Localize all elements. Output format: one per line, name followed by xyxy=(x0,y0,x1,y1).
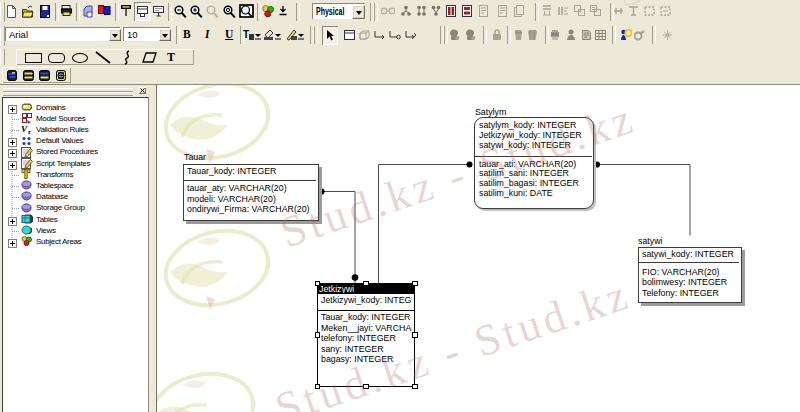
svg-text:r: r xyxy=(28,128,31,134)
svg-text:T: T xyxy=(243,29,249,40)
svg-text:V: V xyxy=(21,124,28,134)
